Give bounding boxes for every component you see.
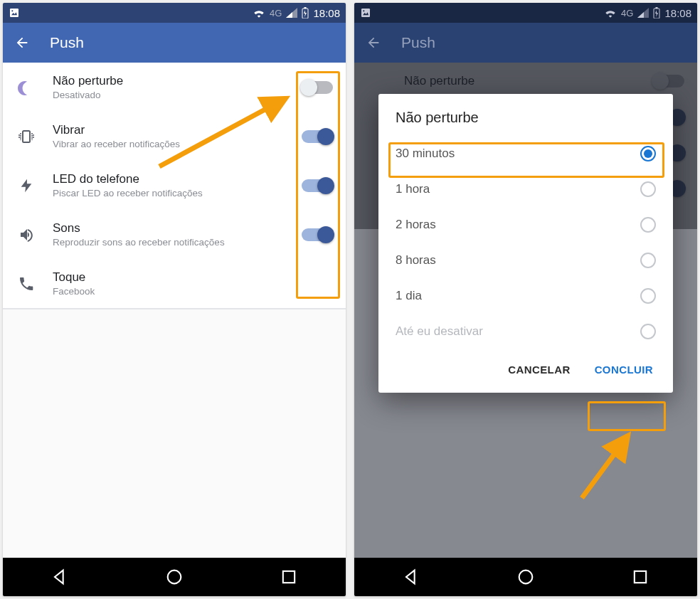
option-label: 8 horas [396, 253, 436, 267]
radio-icon [640, 181, 656, 197]
nav-bar [3, 558, 346, 596]
clock: 18:08 [664, 7, 691, 19]
network-label: 4G [270, 8, 282, 18]
dialog-title: Não perturbe [378, 94, 673, 136]
setting-title: Toque [53, 270, 333, 285]
back-icon [366, 35, 381, 51]
svg-marker-12 [55, 571, 63, 584]
toggle-dnd[interactable] [302, 81, 333, 94]
option-1d[interactable]: 1 dia [378, 278, 673, 314]
dialog-actions: CANCELAR CONCLUIR [378, 349, 673, 388]
page-title: Push [50, 34, 84, 51]
setting-title: Sons [53, 221, 286, 235]
divider [3, 308, 346, 309]
svg-point-26 [519, 571, 533, 584]
svg-rect-15 [361, 9, 370, 17]
phone-left: 4G 18:08 Push Não perturbe Desativado Vi… [3, 3, 346, 596]
svg-point-13 [168, 571, 181, 584]
radio-icon [640, 253, 656, 268]
svg-point-2 [11, 10, 13, 11]
vibrate-icon [17, 128, 36, 145]
option-label: 2 horas [396, 218, 436, 232]
svg-rect-14 [282, 571, 294, 583]
clock: 18:08 [313, 7, 340, 19]
svg-marker-7 [304, 10, 307, 17]
option-8h[interactable]: 8 horas [378, 243, 673, 278]
app-bar: Push [3, 23, 346, 63]
nav-home-icon[interactable] [516, 567, 536, 587]
option-until-off[interactable]: Até eu desativar [378, 314, 673, 349]
setting-subtitle: Desativado [53, 90, 286, 100]
option-label: 1 hora [396, 182, 430, 196]
moon-icon [18, 79, 35, 96]
option-2h[interactable]: 2 horas [378, 207, 673, 243]
svg-marker-4 [286, 12, 292, 18]
page-title: Push [401, 34, 435, 51]
signal-icon [637, 8, 649, 18]
setting-sounds[interactable]: Sons Reproduzir sons ao receber notifica… [3, 210, 346, 259]
speaker-icon [18, 226, 35, 243]
radio-icon [640, 288, 656, 304]
confirm-button[interactable]: CONCLUIR [589, 359, 659, 380]
setting-title: Vibrar [53, 123, 286, 137]
bolt-icon [18, 177, 34, 194]
option-label: 30 minutos [396, 147, 455, 161]
setting-subtitle: Reproduzir sons ao receber notificações [53, 237, 286, 248]
setting-subtitle: Piscar LED ao receber notificações [53, 188, 286, 198]
option-1h[interactable]: 1 hora [378, 171, 673, 207]
settings-list: Não perturbe Desativado Vibrar Vibrar ao… [3, 63, 346, 308]
radio-icon [640, 217, 656, 233]
radio-icon [640, 324, 656, 339]
svg-point-17 [363, 10, 364, 11]
svg-marker-25 [406, 571, 415, 584]
svg-rect-27 [634, 571, 645, 583]
setting-title: LED do telefone [53, 172, 286, 186]
svg-rect-8 [23, 131, 30, 142]
image-icon [9, 7, 20, 18]
toggle-led[interactable] [302, 179, 333, 192]
back-icon[interactable] [14, 35, 30, 51]
status-bar: 4G 18:08 [3, 3, 346, 23]
nav-home-icon[interactable] [164, 567, 184, 587]
option-label: Até eu desativar [396, 324, 483, 339]
radio-icon [640, 146, 656, 161]
status-bar: 4G 18:08 [354, 3, 697, 23]
setting-subtitle: Vibrar ao receber notificações [53, 139, 286, 149]
nav-back-icon[interactable] [50, 567, 70, 587]
nav-back-icon[interactable] [401, 567, 421, 587]
app-bar: Push [354, 23, 697, 63]
dnd-dialog: Não perturbe 30 minutos 1 hora 2 horas 8… [378, 94, 673, 393]
nav-bar [354, 558, 697, 596]
option-label: 1 dia [396, 289, 422, 303]
cancel-button[interactable]: CANCELAR [502, 359, 576, 380]
setting-led[interactable]: LED do telefone Piscar LED ao receber no… [3, 161, 346, 210]
svg-rect-0 [10, 9, 18, 17]
network-label: 4G [621, 8, 633, 18]
svg-marker-22 [655, 10, 658, 17]
option-30min[interactable]: 30 minutos [378, 136, 673, 171]
toggle-vibrate[interactable] [302, 130, 333, 143]
setting-ringtone[interactable]: Toque Facebook [3, 259, 346, 308]
setting-vibrate[interactable]: Vibrar Vibrar ao receber notificações [3, 112, 346, 161]
signal-icon [286, 8, 297, 18]
nav-recent-icon[interactable] [630, 567, 650, 587]
nav-recent-icon[interactable] [279, 567, 299, 587]
svg-marker-9 [21, 179, 32, 191]
svg-rect-6 [304, 7, 307, 9]
battery-icon [653, 7, 660, 18]
image-icon [360, 7, 371, 18]
svg-rect-21 [656, 7, 658, 9]
svg-marker-19 [637, 12, 644, 18]
setting-subtitle: Facebook [53, 286, 333, 297]
wifi-icon [253, 8, 265, 18]
setting-title: Não perturbe [53, 74, 286, 88]
toggle-sounds[interactable] [302, 228, 333, 241]
setting-dnd[interactable]: Não perturbe Desativado [3, 63, 346, 112]
phone-icon [18, 275, 35, 292]
phone-right: 4G 18:08 Push Não perturbe Não perturbe … [354, 3, 697, 596]
battery-icon [302, 7, 309, 18]
wifi-icon [604, 8, 617, 18]
